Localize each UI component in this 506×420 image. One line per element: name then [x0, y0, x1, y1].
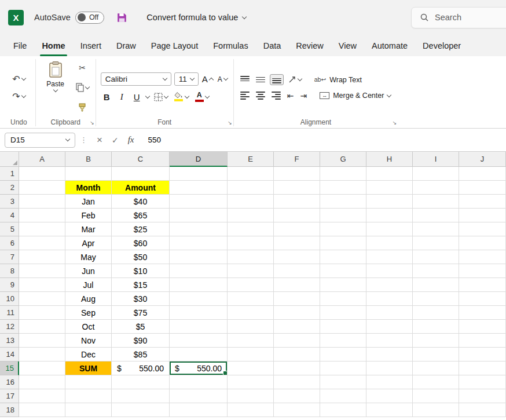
- cell-I4[interactable]: [413, 209, 459, 222]
- format-painter-button[interactable]: [74, 102, 91, 113]
- cell-F1[interactable]: [274, 167, 320, 181]
- cell-J11[interactable]: [459, 306, 506, 320]
- col-header-C[interactable]: C: [112, 152, 170, 167]
- align-left-button[interactable]: [239, 90, 251, 100]
- cell-H2[interactable]: [366, 181, 413, 195]
- cell-J5[interactable]: [459, 222, 506, 236]
- row-header-14[interactable]: 14: [0, 348, 19, 361]
- paste-button[interactable]: Paste: [41, 61, 71, 115]
- cell-F3[interactable]: [274, 195, 320, 209]
- cell-H5[interactable]: [366, 222, 413, 236]
- cell-I3[interactable]: [413, 195, 459, 209]
- align-top-button[interactable]: [239, 75, 251, 85]
- cell-A9[interactable]: [19, 278, 65, 292]
- cell-C1[interactable]: [112, 167, 170, 181]
- cell-D1[interactable]: [170, 167, 228, 181]
- cell-J9[interactable]: [459, 278, 506, 292]
- cell-E17[interactable]: [228, 389, 274, 403]
- cell-E8[interactable]: [228, 264, 274, 278]
- cell-H3[interactable]: [366, 195, 413, 209]
- cell-C11[interactable]: $75: [112, 306, 170, 320]
- cell-B9[interactable]: Jul: [65, 278, 112, 292]
- cell-G11[interactable]: [320, 306, 366, 320]
- cell-A11[interactable]: [19, 306, 65, 320]
- insert-function-icon[interactable]: fx: [128, 135, 134, 145]
- cell-B15[interactable]: SUM: [65, 361, 112, 375]
- redo-button[interactable]: ↷: [7, 91, 31, 103]
- cell-J10[interactable]: [459, 292, 506, 306]
- cell-G14[interactable]: [320, 348, 366, 361]
- cell-F9[interactable]: [274, 278, 320, 292]
- cell-D5[interactable]: [170, 222, 228, 236]
- align-right-button[interactable]: [270, 90, 283, 100]
- cell-E2[interactable]: [228, 181, 274, 195]
- row-header-7[interactable]: 7: [0, 250, 19, 264]
- cell-I16[interactable]: [413, 375, 459, 389]
- cell-E1[interactable]: [228, 167, 274, 181]
- cell-D7[interactable]: [170, 250, 228, 264]
- cell-H15[interactable]: [366, 361, 413, 375]
- wrap-text-button[interactable]: ab↩ Wrap Text: [312, 75, 364, 85]
- tab-page-layout[interactable]: Page Layout: [144, 35, 206, 56]
- name-box[interactable]: D15: [5, 133, 75, 148]
- cell-I9[interactable]: [413, 278, 459, 292]
- cell-C3[interactable]: $40: [112, 195, 170, 209]
- cell-H1[interactable]: [366, 167, 413, 181]
- cell-J7[interactable]: [459, 250, 506, 264]
- cell-E9[interactable]: [228, 278, 274, 292]
- cell-E16[interactable]: [228, 375, 274, 389]
- row-header-3[interactable]: 3: [0, 195, 19, 209]
- excel-logo-icon[interactable]: X: [8, 10, 24, 25]
- tab-draw[interactable]: Draw: [109, 35, 144, 56]
- cell-H8[interactable]: [366, 264, 413, 278]
- cell-E12[interactable]: [228, 320, 274, 334]
- formula-bar-options-icon[interactable]: ⋮: [80, 136, 87, 144]
- row-header-5[interactable]: 5: [0, 222, 19, 236]
- autosave-toggle[interactable]: Off: [75, 12, 104, 24]
- increase-font-size-button[interactable]: A: [201, 73, 214, 86]
- cell-C16[interactable]: [112, 375, 170, 389]
- cell-E6[interactable]: [228, 236, 274, 250]
- cell-C17[interactable]: [112, 389, 170, 403]
- cell-C10[interactable]: $30: [112, 292, 170, 306]
- col-header-H[interactable]: H: [366, 152, 413, 167]
- cell-J3[interactable]: [459, 195, 506, 209]
- cell-D11[interactable]: [170, 306, 228, 320]
- tab-insert[interactable]: Insert: [73, 35, 109, 56]
- cell-B18[interactable]: [65, 403, 112, 417]
- col-header-G[interactable]: G: [320, 152, 366, 167]
- col-header-E[interactable]: E: [228, 152, 274, 167]
- cell-E3[interactable]: [228, 195, 274, 209]
- row-header-10[interactable]: 10: [0, 292, 19, 306]
- select-all-corner[interactable]: [0, 152, 19, 167]
- cell-C9[interactable]: $15: [112, 278, 170, 292]
- tab-formulas[interactable]: Formulas: [206, 35, 255, 56]
- cell-I6[interactable]: [413, 236, 459, 250]
- row-header-12[interactable]: 12: [0, 320, 19, 334]
- tab-review[interactable]: Review: [288, 35, 331, 56]
- cell-G13[interactable]: [320, 334, 366, 348]
- tab-view[interactable]: View: [331, 35, 364, 56]
- cell-D10[interactable]: [170, 292, 228, 306]
- enter-icon[interactable]: ✓: [112, 136, 119, 144]
- cell-D2[interactable]: [170, 181, 228, 195]
- cell-H16[interactable]: [366, 375, 413, 389]
- cell-E18[interactable]: [228, 403, 274, 417]
- cell-G12[interactable]: [320, 320, 366, 334]
- cell-B2[interactable]: Month: [65, 181, 112, 195]
- cell-J13[interactable]: [459, 334, 506, 348]
- cell-I2[interactable]: [413, 181, 459, 195]
- cell-C14[interactable]: $85: [112, 348, 170, 361]
- cell-A4[interactable]: [19, 209, 65, 222]
- undo-button[interactable]: ↶: [7, 74, 31, 85]
- cell-A10[interactable]: [19, 292, 65, 306]
- cell-F12[interactable]: [274, 320, 320, 334]
- cell-J8[interactable]: [459, 264, 506, 278]
- cell-A13[interactable]: [19, 334, 65, 348]
- cell-A3[interactable]: [19, 195, 65, 209]
- cell-F10[interactable]: [274, 292, 320, 306]
- cell-G6[interactable]: [320, 236, 366, 250]
- cell-G7[interactable]: [320, 250, 366, 264]
- cell-A18[interactable]: [19, 403, 65, 417]
- increase-indent-button[interactable]: ⇥: [298, 90, 309, 101]
